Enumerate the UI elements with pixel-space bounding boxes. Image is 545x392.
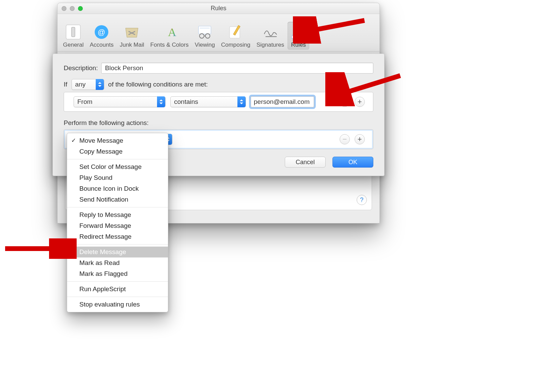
menu-separator [67,297,168,297]
ok-button[interactable]: OK [332,157,373,168]
menu-item[interactable]: Mark as Read [67,257,168,268]
tab-composing[interactable]: Composing [218,22,253,50]
svg-text:A: A [168,26,176,38]
tab-label: Signatures [256,42,284,48]
chevron-updown-icon [96,79,104,90]
remove-condition-button[interactable]: − [340,97,350,107]
condition-value-input[interactable] [251,96,314,107]
tab-label: Viewing [195,42,215,48]
menu-separator [67,159,168,159]
preferences-toolbar: General @ Accounts Junk Mail A Fonts & C… [58,14,379,52]
menu-item[interactable]: Delete Message [67,247,168,257]
add-action-button[interactable]: + [355,134,365,144]
menu-separator [67,281,168,282]
menu-separator [67,207,168,207]
tab-fonts-colors[interactable]: A Fonts & Colors [147,22,191,50]
help-button[interactable]: ? [357,195,367,205]
tab-label: Fonts & Colors [150,42,188,48]
signatures-icon [262,24,279,40]
tab-label: Accounts [90,42,113,48]
description-label: Description: [64,64,98,72]
description-input[interactable] [101,63,373,74]
menu-item[interactable]: Bounce Icon in Dock [67,183,168,194]
tab-label: Composing [221,42,250,48]
tab-general[interactable]: General [60,22,86,50]
accounts-icon: @ [93,24,110,40]
if-label: If [64,81,67,88]
window-title: Rules [58,5,379,12]
menu-item[interactable]: Forward Message [67,220,168,231]
titlebar: Rules [58,3,379,14]
menu-item[interactable]: Play Sound [67,172,168,183]
general-icon [65,24,81,40]
tab-accounts[interactable]: @ Accounts [87,22,116,50]
cancel-button[interactable]: Cancel [285,157,326,168]
composing-icon [228,24,244,40]
remove-action-button[interactable]: − [340,134,350,144]
tab-viewing[interactable]: Viewing [192,22,218,50]
menu-item[interactable]: Mark as Flagged [67,268,168,279]
action-popup-menu[interactable]: Move MessageCopy MessageSet Color of Mes… [67,133,168,312]
fonts-colors-icon: A [161,24,177,40]
condition-field-value: From [77,98,92,106]
viewing-icon [197,24,213,40]
menu-item[interactable]: Set Color of Message [67,161,168,172]
actions-header-label: Perform the following actions: [64,119,149,126]
chevron-updown-icon [157,96,165,107]
add-condition-button[interactable]: + [355,97,365,107]
condition-op-value: contains [174,98,198,106]
condition-field-select[interactable]: From [74,96,166,107]
tab-rules[interactable]: Rules [287,22,309,50]
rules-icon [290,24,307,40]
tab-junk-mail[interactable]: Junk Mail [117,22,147,50]
match-scope-value: any [75,81,86,88]
annotation-arrow-icon [2,238,77,259]
menu-item[interactable]: Stop evaluating rules [67,299,168,310]
menu-item[interactable]: Run AppleScript [67,284,168,295]
menu-separator [67,244,168,245]
condition-op-select[interactable]: contains [170,96,246,107]
svg-rect-7 [199,26,211,34]
svg-text:@: @ [98,28,105,36]
conditions-tail-label: of the following conditions are met: [108,81,208,88]
tab-label: Junk Mail [120,42,144,48]
condition-row: From contains − + [64,92,373,112]
svg-point-10 [205,34,210,38]
menu-item[interactable]: Move Message [67,135,168,146]
tab-label: General [63,42,83,48]
svg-point-9 [200,34,204,38]
junk-mail-icon [124,24,140,40]
tab-signatures[interactable]: Signatures [254,22,287,50]
match-scope-select[interactable]: any [72,79,104,90]
svg-rect-1 [72,27,75,37]
menu-item[interactable]: Reply to Message [67,209,168,220]
tab-label: Rules [291,42,306,48]
menu-item[interactable]: Copy Message [67,146,168,157]
chevron-updown-icon [237,96,246,107]
menu-item[interactable]: Send Notification [67,194,168,205]
menu-item[interactable]: Redirect Message [67,231,168,242]
